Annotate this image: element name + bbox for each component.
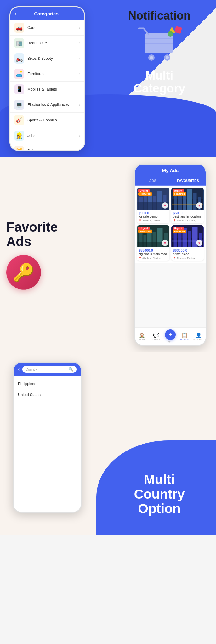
ad-price: $58000.0 [139,249,168,252]
ad-image: Urgent Featured ♥ [171,225,204,247]
list-item[interactable]: 🎸 Sports & Hobbies › [10,113,84,128]
ad-card[interactable]: Urgent Featured ♥ $5000.0 best land in l… [171,188,204,223]
featured-badge: Featured [173,192,186,196]
chevron-right-icon: › [79,134,80,137]
list-item[interactable]: 💻 Electronics & Appliances › [10,97,84,113]
heart-button[interactable]: ♥ [196,240,202,246]
chevron-right-icon: › [76,382,77,386]
list-item[interactable]: United States › [14,389,81,400]
phone1-header: ‹ Categories [10,7,84,20]
back-icon[interactable]: ‹ [15,10,17,17]
svg-rect-41 [174,232,177,247]
ad-price: $63000.0 [173,249,202,252]
my-ads-title: My Ads [162,168,179,173]
list-item[interactable]: 👷 Jobs › [10,128,84,143]
ad-title: for sale demo [139,215,168,219]
sports-icon: 🎸 [14,115,24,125]
ad-title: big plot in main road [139,252,168,256]
svg-point-13 [168,31,173,37]
svg-rect-12 [174,26,182,33]
phone3-header: ‹ Country 🔍 [14,363,81,376]
svg-point-10 [166,56,169,59]
account-icon: 👤 [196,332,202,338]
categories-title: Categories [19,11,73,16]
ad-location: 📍 Alachua, Florida, ... [173,219,202,222]
ad-card[interactable]: Urgent Featured ♥ $500.0 for sale demo 📍… [137,188,169,223]
svg-rect-27 [187,189,192,210]
ad-image: Urgent Featured ♥ [137,225,169,247]
tab-favourites[interactable]: FAVOURITES [170,176,206,185]
category-label: Pets [27,149,79,151]
category-label: Cars [27,25,79,30]
ad-price: $500.0 [139,211,168,215]
category-list: 🚗 Cars › 🏢 Real Estate › 🏍️ Bikes & Scoo… [10,20,84,151]
list-item[interactable]: 📱 Mobiles & Tablets › [10,82,84,97]
bottom-navigation: 🏠 HOME 💬 CHATS + SELL 📋 MY ADS 👤 ACCOUN.… [135,327,206,345]
ad-location: 📍 Alachua, Florida, ... [139,219,168,222]
country-name: Philippines [18,382,76,386]
nav-chats[interactable]: 💬 CHATS [149,332,163,341]
ad-location: 📍 Alachua, Florida, ... [139,257,168,260]
category-label: Mobiles & Tablets [27,87,79,92]
search-icon: 🔍 [69,367,73,372]
category-label: Real Estate [27,41,79,45]
list-item[interactable]: 🏢 Real Estate › [10,36,84,51]
ad-image: Urgent Featured ♥ [171,188,204,210]
location-pin-icon: 📍 [173,219,176,222]
category-label: Electronics & Appliances [27,103,79,107]
location-pin-icon: 📍 [173,257,176,260]
heart-button[interactable]: ♥ [162,240,168,246]
chevron-right-icon: › [79,88,80,91]
featured-badge: Featured [138,192,152,196]
country-list: Philippines › United States › [14,376,81,403]
featured-badge-row: Featured [173,230,186,233]
nav-home[interactable]: 🏠 HOME [135,332,149,341]
multi-category-heading: Multi Category [109,69,210,96]
sell-label: SELL [168,341,173,343]
ad-card[interactable]: Urgent Featured ♥ $63000.0 prime place 📍… [171,225,204,261]
phone-country: ‹ Country 🔍 Philippines › United States … [13,362,82,513]
back-icon[interactable]: ‹ [18,366,20,373]
phone-my-ads: My Ads ADS FAVOURITES [134,164,207,346]
home-label: HOME [139,339,145,341]
country-search-bar[interactable]: Country 🔍 [22,366,77,373]
home-icon: 🏠 [139,332,145,338]
list-item[interactable]: Philippines › [14,378,81,389]
cart-illustration [134,25,185,66]
ad-info: $58000.0 big plot in main road 📍 Alachua… [137,247,169,261]
key-illustration: 🔑 [6,255,41,290]
list-item[interactable]: 🐱 Pets › [10,143,84,151]
list-item[interactable]: 🚗 Cars › [10,20,84,36]
svg-point-8 [150,56,153,59]
cars-icon: 🚗 [14,23,24,33]
multi-country-heading: Multi Country Option [112,472,207,516]
category-label: Sports & Hobbies [27,118,79,122]
list-item[interactable]: 🛋️ Furnitures › [10,66,84,82]
heart-button[interactable]: ♥ [162,202,168,209]
section-favorite-ads: Favorite Ads 🔑 My Ads ADS FAVOURITES [0,157,216,352]
featured-badge-row: Featured [138,192,152,196]
ads-grid: Urgent Featured ♥ $500.0 for sale demo 📍… [135,186,206,263]
country-name: United States [18,393,76,397]
chats-label: CHATS [153,339,160,341]
section2-left-content: Favorite Ads 🔑 [6,220,82,290]
account-label: ACCOUN... [193,339,204,341]
category-label: Bikes & Scooty [27,56,79,61]
tab-ads[interactable]: ADS [135,176,170,185]
ad-info: $63000.0 prime place 📍 Alachua, Florida,… [171,247,204,261]
featured-badge-row: Featured [138,230,152,233]
list-item[interactable]: 🏍️ Bikes & Scooty › [10,51,84,66]
phone2-tabs: ADS FAVOURITES [135,176,206,186]
sell-button[interactable]: + [165,329,176,340]
nav-sell[interactable]: + SELL [163,329,178,343]
search-input[interactable]: Country [26,367,67,371]
section1-right-content: Notification [109,9,210,95]
heart-button[interactable]: ♥ [196,202,202,209]
ad-card[interactable]: Urgent Featured ♥ $58000.0 big plot in m… [137,225,169,261]
notification-heading: Notification [109,9,210,22]
featured-badge-row: Featured [173,192,186,196]
nav-my-ads[interactable]: 📋 MY ADS [177,332,191,341]
nav-account[interactable]: 👤 ACCOUN... [191,332,206,341]
ad-image: Urgent Featured ♥ [137,188,169,210]
location-pin-icon: 📍 [139,257,142,260]
